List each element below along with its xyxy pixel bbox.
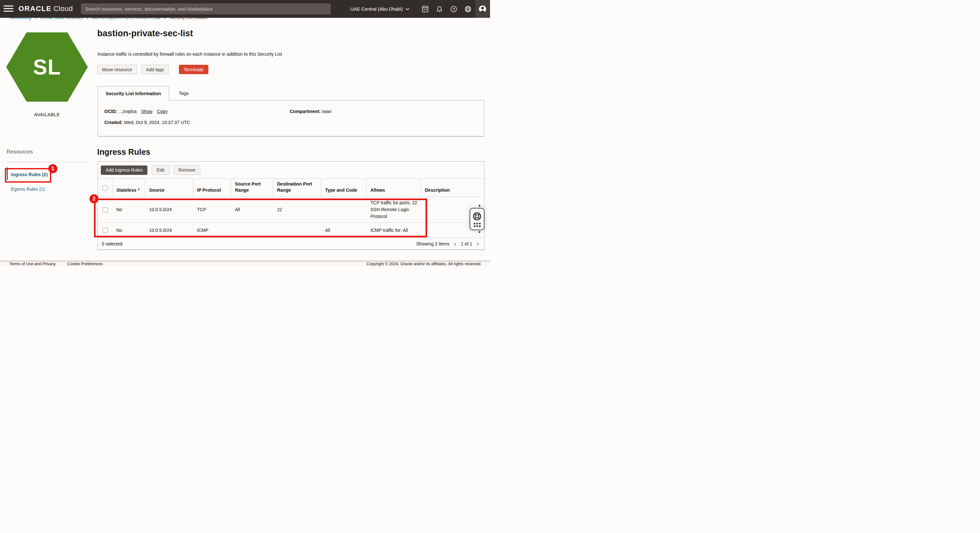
cell-type-and-code bbox=[321, 197, 366, 222]
add-ingress-rules-button[interactable]: Add Ingress Rules bbox=[101, 165, 148, 175]
table-row[interactable]: No 10.0.5.0/24 TCP All 22 TCP traffic fo… bbox=[98, 197, 484, 222]
select-all-checkbox[interactable] bbox=[102, 185, 108, 190]
compartment-label: Compartment: bbox=[290, 109, 321, 114]
column-allows: Allows bbox=[366, 179, 421, 197]
logo-suffix: Cloud bbox=[54, 5, 73, 13]
annotation-badge-2: 2 bbox=[89, 194, 99, 203]
cookie-preferences-link[interactable]: Cookie Preferences bbox=[67, 262, 103, 266]
column-stateless[interactable]: Stateless bbox=[116, 187, 136, 194]
column-source: Source bbox=[145, 179, 193, 197]
created-label: Created: bbox=[104, 120, 123, 125]
hamburger-menu-icon[interactable] bbox=[3, 5, 13, 12]
edit-button[interactable]: Edit bbox=[152, 165, 169, 175]
tab-security-list-information[interactable]: Security List Information bbox=[97, 86, 169, 101]
launcher-drag-dot bbox=[479, 205, 480, 206]
cell-allows: ICMP traffic for: All bbox=[371, 227, 418, 234]
developer-console-icon[interactable] bbox=[418, 0, 432, 18]
ocid-show-link[interactable]: Show bbox=[141, 109, 152, 114]
page-indicator: 1 of 1 bbox=[461, 241, 472, 246]
left-column: SL AVAILABLE Resources Ingress Rules (2)… bbox=[0, 18, 97, 257]
cell-type-and-code: All bbox=[321, 223, 366, 238]
column-source-port-range: Source Port Range bbox=[231, 179, 273, 197]
launcher-drag-dot bbox=[479, 231, 480, 233]
compartment-value: Iwan bbox=[322, 109, 332, 114]
oci-console-page: Networking » Virtual cloud networks » ok… bbox=[0, 0, 490, 266]
column-description: Description bbox=[421, 179, 484, 197]
table-row[interactable]: No 10.0.5.0/24 ICMP All ICMP traffic for… bbox=[98, 222, 484, 238]
profile-avatar[interactable] bbox=[475, 0, 490, 18]
cell-stateless: No bbox=[113, 223, 145, 238]
language-icon[interactable] bbox=[461, 0, 475, 18]
cell-destination-port-range: 22 bbox=[273, 197, 321, 222]
oracle-cloud-logo[interactable]: ORACLECloud bbox=[19, 5, 73, 13]
top-navigation-bar: ORACLECloud UAE Central (Abu Dhabi) bbox=[0, 0, 490, 18]
page-title: bastion-private-sec-list bbox=[97, 29, 193, 38]
ocid-label: OCID: bbox=[104, 109, 117, 114]
annotation-badge-1: 1 bbox=[48, 164, 57, 173]
column-type-and-code: Type and Code bbox=[321, 179, 366, 197]
remove-button[interactable]: Remove bbox=[174, 165, 200, 175]
table-toolbar: Add Ingress Rules Edit Remove bbox=[98, 162, 484, 178]
ocid-value: ...zvqdsa bbox=[119, 109, 137, 114]
cell-source-port-range bbox=[231, 223, 273, 238]
created-value: Wed, Oct 9, 2024, 10:37:37 UTC bbox=[124, 120, 190, 125]
tab-tags[interactable]: Tags bbox=[169, 86, 199, 100]
column-ip-protocol: IP Protocol bbox=[193, 179, 231, 197]
terminate-button[interactable]: Terminate bbox=[179, 65, 208, 74]
help-icon[interactable]: ? bbox=[447, 0, 461, 18]
previous-page-icon[interactable]: ‹ bbox=[454, 240, 456, 247]
detail-tabs: Security List Information Tags bbox=[97, 86, 198, 100]
column-destination-port-range: Destination Port Range bbox=[273, 179, 321, 197]
ocid-copy-link[interactable]: Copy bbox=[157, 109, 167, 114]
active-item-bar bbox=[7, 167, 8, 180]
svg-text:?: ? bbox=[453, 7, 455, 11]
resources-divider bbox=[6, 162, 88, 162]
global-search-input[interactable] bbox=[81, 3, 331, 14]
copyright-text: Copyright © 2024, Oracle and/or its affi… bbox=[366, 262, 482, 266]
row-checkbox[interactable] bbox=[103, 228, 108, 233]
resource-type-initials: SL bbox=[33, 55, 61, 79]
resource-actions: Move resource Add tags Terminate bbox=[97, 65, 208, 74]
resources-heading: Resources bbox=[6, 149, 33, 155]
ingress-rules-heading: Ingress Rules bbox=[97, 148, 150, 157]
notifications-icon[interactable] bbox=[432, 0, 447, 18]
sidebar-item-egress-rules[interactable]: Egress Rules (1) bbox=[11, 187, 45, 192]
add-tags-button[interactable]: Add tags bbox=[141, 65, 169, 74]
page-footer: Terms of Use and Privacy Cookie Preferen… bbox=[0, 261, 490, 266]
security-list-information-panel: OCID: ...zvqdsa Show Copy Compartment: I… bbox=[97, 100, 484, 136]
ingress-rules-table-card: Add Ingress Rules Edit Remove Stateless▾… bbox=[97, 161, 485, 250]
move-resource-button[interactable]: Move resource bbox=[97, 65, 137, 74]
chevron-down-icon bbox=[406, 8, 410, 10]
cell-ip-protocol: ICMP bbox=[193, 223, 231, 238]
table-footer: 0 selected Showing 2 items ‹ 1 of 1 › bbox=[98, 238, 484, 249]
region-selector[interactable]: UAE Central (Abu Dhabi) bbox=[350, 6, 410, 12]
cell-destination-port-range bbox=[273, 223, 321, 238]
cell-stateless: No bbox=[113, 197, 145, 222]
status-badge: AVAILABLE bbox=[6, 112, 88, 117]
cell-source: 10.0.5.0/24 bbox=[145, 197, 193, 222]
table-header-row: Stateless▾ Source IP Protocol Source Por… bbox=[98, 178, 484, 197]
cell-allows: TCP traffic for ports: 22 SSH Remote Log… bbox=[371, 200, 418, 220]
logo-brand: ORACLE bbox=[19, 5, 51, 13]
sidebar-item-ingress-rules[interactable]: Ingress Rules (2) bbox=[11, 172, 48, 177]
app-grid-icon bbox=[474, 223, 480, 227]
next-page-icon[interactable]: › bbox=[477, 240, 479, 247]
sort-descending-icon: ▾ bbox=[138, 186, 139, 192]
cell-ip-protocol: TCP bbox=[193, 197, 231, 222]
region-label: UAE Central (Abu Dhabi) bbox=[350, 6, 403, 12]
cell-source-port-range: All bbox=[231, 197, 273, 222]
showing-items-label: Showing 2 items bbox=[416, 241, 450, 246]
life-ring-icon bbox=[472, 211, 482, 221]
security-list-hexagon-icon: SL bbox=[6, 32, 88, 102]
terms-of-use-link[interactable]: Terms of Use and Privacy bbox=[10, 262, 56, 266]
row-checkbox[interactable] bbox=[103, 207, 108, 213]
page-subtitle: Instance traffic is controlled by firewa… bbox=[97, 51, 282, 57]
cell-source: 10.0.5.0/24 bbox=[145, 223, 193, 238]
support-launcher-widget[interactable] bbox=[469, 208, 485, 230]
main-content: bastion-private-sec-list Instance traffi… bbox=[97, 18, 490, 257]
selected-count: 0 selected bbox=[102, 241, 123, 246]
